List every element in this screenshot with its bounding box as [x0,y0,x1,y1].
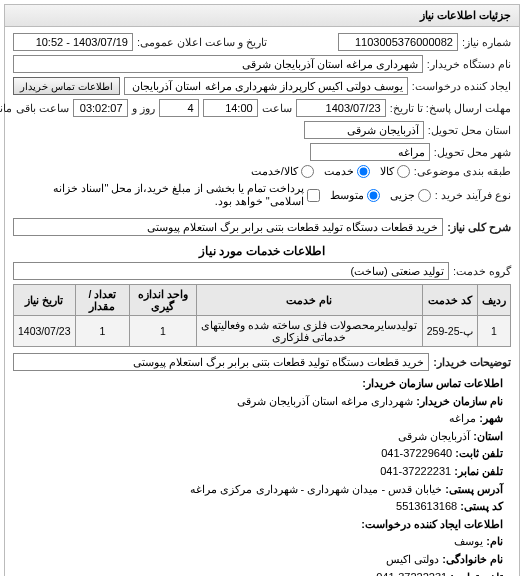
province-label: استان: [473,430,503,442]
subject-category-label: طبقه بندی موضوعی: [414,165,511,178]
checkbox-treasury[interactable]: پرداخت تمام یا بخشی از مبلغ خرید،از محل … [13,182,320,208]
phone-label: تلفن تماس: [450,571,503,576]
city-label: شهر: [479,412,503,424]
need-desc-input[interactable] [13,218,443,236]
th-date: تاریخ نیاز [14,285,76,316]
checkbox-treasury-input[interactable] [307,189,320,202]
delivery-city-label: شهر محل تحویل: [434,146,511,159]
radio-service-input[interactable] [357,165,370,178]
radio-goods-service[interactable]: کالا/خدمت [251,165,314,178]
reply-date-input[interactable] [296,99,386,117]
subject-category-group: کالا خدمت کالا/خدمت [251,165,410,178]
hour-remaining-label: ساعت باقی مانده [0,102,69,115]
service-group-label: گروه خدمت: [453,265,511,278]
hour-label-1: ساعت [262,102,292,115]
need-desc-label: شرح کلی نیاز: [447,221,511,234]
radio-small-label: جزیی [390,189,415,202]
buyer-device-input[interactable] [13,55,423,73]
service-group-input[interactable] [13,262,449,280]
phone-number-value: 37229640-041 [381,447,452,459]
reply-until-label: مهلت ارسال پاسخ: تا تاریخ: [390,102,511,115]
radio-goods[interactable]: کالا [380,165,410,178]
buyer-notes-label: توضیحات خریدار: [433,356,511,369]
reply-hour-input[interactable] [203,99,258,117]
delivery-province-label: استان محل تحویل: [428,124,511,137]
day-and-label: روز و [132,102,155,115]
buyer-notes-input[interactable] [13,353,429,371]
contact-section-title: اطلاعات تماس سازمان خریدار: [362,377,503,389]
fax-label: تلفن نمابر: [454,465,503,477]
hours-left-input[interactable] [73,99,128,117]
surname-label: نام خانوادگی: [442,553,503,565]
radio-medium[interactable]: متوسط [330,189,380,202]
td-qty: 1 [75,316,129,347]
th-unit: واحد اندازه گیری [130,285,197,316]
surname-value: دولتی اکیس [386,553,439,565]
td-row: 1 [478,316,511,347]
table-row: 1 پ-25-259 تولیدسایرمحصولات فلزی ساخته ش… [14,316,511,347]
public-datetime-label: تاریخ و ساعت اعلان عمومی: [137,36,267,49]
city-value: مراغه [449,412,476,424]
contact-block: اطلاعات تماس سازمان خریدار: نام سازمان خ… [13,371,511,576]
org-name-label: نام سازمان خریدار: [416,395,503,407]
radio-medium-label: متوسط [330,189,364,202]
requester-info-title: اطلاعات ایجاد کننده درخواست: [361,518,503,530]
fax-value: 37222231-041 [380,465,451,477]
radio-small-input[interactable] [418,189,431,202]
form-body: شماره نیاز: تاریخ و ساعت اعلان عمومی: نا… [5,27,519,576]
radio-service-label: خدمت [324,165,354,178]
radio-goods-label: کالا [380,165,394,178]
need-no-label: شماره نیاز: [462,36,511,49]
contact-info-button[interactable]: اطلاعات تماس خریدار [13,77,120,95]
requester-label: ایجاد کننده درخواست: [412,80,511,93]
buyer-device-label: نام دستگاه خریدار: [427,58,511,71]
delivery-city-input[interactable] [310,143,430,161]
td-code: پ-25-259 [422,316,477,347]
radio-service[interactable]: خدمت [324,165,370,178]
td-name: تولیدسایرمحصولات فلزی ساخته شده وفعالیته… [196,316,422,347]
radio-goods-input[interactable] [397,165,410,178]
process-type-group: جزیی متوسط پرداخت تمام یا بخشی از مبلغ خ… [13,182,431,208]
phone-number-label: تلفن ثابت: [455,447,503,459]
days-left-input[interactable] [159,99,199,117]
name-value: یوسف [454,535,483,547]
org-name: شهرداری مراغه استان آذربایجان شرقی [237,395,413,407]
services-section-title: اطلاعات خدمات مورد نیاز [13,244,511,258]
delivery-province-input[interactable] [304,121,424,139]
table-header-row: ردیف کد خدمت نام خدمت واحد اندازه گیری ت… [14,285,511,316]
postal-code-label: کد پستی: [460,500,503,512]
name-label: نام: [486,535,503,547]
radio-goods-service-label: کالا/خدمت [251,165,298,178]
td-date: 1403/07/23 [14,316,76,347]
phone-value: 37222231-041 [376,571,447,576]
postal-code-value: 5513613168 [396,500,457,512]
public-datetime-input[interactable] [13,33,133,51]
requester-input[interactable] [124,77,408,95]
radio-small[interactable]: جزیی [390,189,431,202]
radio-goods-service-input[interactable] [301,165,314,178]
postal-address-value: خیابان قدس - میدان شهرداری - شهرداری مرک… [190,483,442,495]
radio-medium-input[interactable] [367,189,380,202]
need-no-input[interactable] [338,33,458,51]
details-panel: جزئیات اطلاعات نیاز شماره نیاز: تاریخ و … [4,4,520,576]
td-unit: 1 [130,316,197,347]
checkbox-treasury-label: پرداخت تمام یا بخشی از مبلغ خرید،از محل … [13,182,304,208]
services-table: ردیف کد خدمت نام خدمت واحد اندازه گیری ت… [13,284,511,347]
postal-address-label: آدرس پستی: [445,483,503,495]
th-name: نام خدمت [196,285,422,316]
th-row: ردیف [478,285,511,316]
province-value: آذربایجان شرقی [398,430,470,442]
th-code: کد خدمت [422,285,477,316]
panel-header: جزئیات اطلاعات نیاز [5,5,519,27]
process-type-label: نوع فرآیند خرید : [435,189,511,202]
th-qty: تعداد / مقدار [75,285,129,316]
panel-title: جزئیات اطلاعات نیاز [420,9,511,21]
